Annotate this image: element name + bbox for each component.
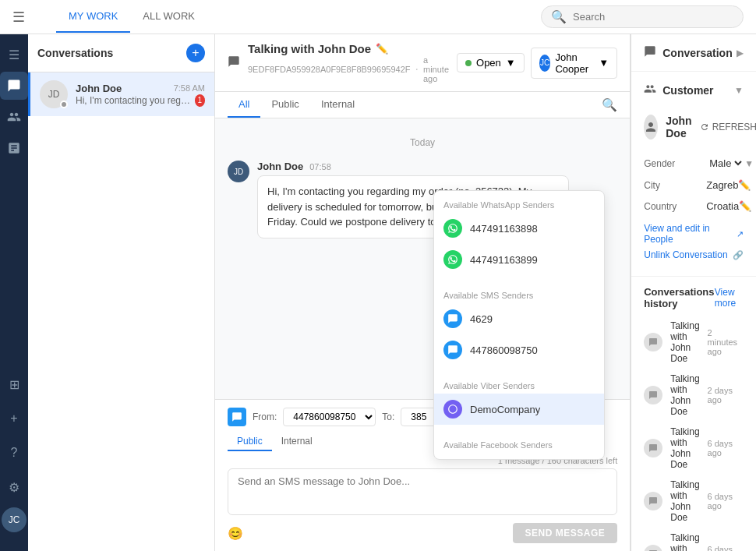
- city-field-row: City Zagreb ✏️: [644, 175, 744, 196]
- refresh-button[interactable]: REFRESH: [700, 122, 756, 132]
- sidebar-user-avatar[interactable]: JC: [2, 507, 26, 532]
- unlink-icon: 🔗: [733, 250, 744, 260]
- send-message-button[interactable]: SEND MESSAGE: [513, 523, 618, 543]
- country-edit-icon[interactable]: ✏️: [739, 200, 751, 212]
- footer-tab-public[interactable]: Public: [228, 433, 272, 451]
- from-select[interactable]: 447860098750: [283, 408, 376, 426]
- status-chevron-icon: ▼: [506, 57, 516, 69]
- agent-button[interactable]: JC John Cooper ▼: [531, 48, 618, 79]
- history-item-0[interactable]: Talking with John Doe 2 minutes ago: [631, 316, 756, 369]
- footer-bottom-row: 😊 SEND MESSAGE: [228, 523, 617, 543]
- message-input[interactable]: [228, 468, 617, 515]
- add-conversation-button[interactable]: +: [186, 44, 205, 62]
- sidebar-icon-plus[interactable]: +: [0, 404, 28, 433]
- tab-internal[interactable]: Internal: [310, 92, 366, 118]
- sidebar-icon-chat[interactable]: [0, 72, 28, 100]
- history-item-2[interactable]: Talking with John Doe 6 days ago: [631, 422, 756, 475]
- chat-tabs: All Public Internal 🔍: [215, 92, 630, 118]
- viber-sender-1[interactable]: DemoCompany: [434, 394, 604, 425]
- history-item-4[interactable]: Talking with John Doe 6 days ago: [631, 528, 756, 551]
- customer-links: View and edit in People ↗ Unlink Convers…: [644, 217, 744, 263]
- view-more-button[interactable]: View more: [715, 287, 744, 309]
- history-time-4: 6 days ago: [708, 545, 744, 551]
- customer-section-header[interactable]: Customer ▼: [631, 72, 756, 108]
- chat-channel-icon: [228, 55, 240, 71]
- chat-header-actions: Open ▼ JC John Cooper ▼: [457, 48, 617, 79]
- sms-sender-2[interactable]: 447860098750: [434, 334, 604, 366]
- tab-mywork[interactable]: MY WORK: [56, 1, 130, 33]
- tab-all[interactable]: All: [228, 92, 260, 118]
- tab-allwork[interactable]: ALL WORK: [130, 1, 207, 33]
- hamburger-icon[interactable]: ☰: [12, 9, 25, 26]
- history-time-3: 6 days ago: [708, 492, 744, 510]
- sidebar-icon-reports[interactable]: [0, 134, 28, 162]
- viber-icon-1: [443, 400, 462, 419]
- customer-avatar: [644, 115, 658, 140]
- history-header: Conversations history View more: [631, 277, 756, 316]
- history-name-2: Talking with John Doe: [670, 426, 699, 470]
- view-edit-people-link[interactable]: View and edit in People ↗: [644, 223, 744, 245]
- refresh-label: REFRESH: [712, 122, 756, 132]
- sms-channel-icon: [228, 408, 246, 426]
- edit-title-icon[interactable]: ✏️: [376, 43, 388, 55]
- conversation-section-icon: [644, 45, 656, 60]
- whatsapp-sender-2[interactable]: 447491163899: [434, 244, 604, 275]
- history-info-3: Talking with John Doe: [670, 479, 699, 523]
- whatsapp-number-1: 447491163898: [470, 223, 538, 235]
- chat-search-icon[interactable]: 🔍: [602, 97, 617, 112]
- whatsapp-sender-1[interactable]: 447491163898: [434, 213, 604, 244]
- conversation-section-header[interactable]: Conversation ▶: [631, 34, 756, 71]
- from-label: From:: [253, 411, 277, 422]
- history-avatar-0: [644, 333, 662, 351]
- customer-info: John Doe REFRESH Gender Male ▼ Ci: [631, 108, 756, 276]
- message-timestamp: 07:58: [309, 162, 331, 171]
- status-button[interactable]: Open ▼: [457, 53, 525, 72]
- status-indicator: [60, 101, 68, 108]
- conversations-history: Conversations history View more Talking …: [631, 277, 756, 551]
- unlink-conversation-link[interactable]: Unlink Conversation 🔗: [644, 249, 744, 260]
- conversation-section-label: Conversation: [662, 47, 732, 59]
- history-avatar-2: [644, 439, 662, 457]
- footer-tab-internal[interactable]: Internal: [272, 433, 322, 451]
- gender-chevron-icon: ▼: [744, 158, 754, 169]
- emoji-button[interactable]: 😊: [228, 526, 243, 541]
- conversation-item[interactable]: JD John Doe 7:58 AM Hi, I'm contacting y…: [28, 72, 214, 116]
- viber-sender-name: DemoCompany: [470, 404, 540, 415]
- external-link-icon: ↗: [737, 229, 744, 239]
- top-nav: ☰ MY WORK ALL WORK 🔍: [0, 0, 756, 34]
- sidebar-icon-help[interactable]: ?: [0, 439, 28, 467]
- chat-header-info: Talking with John Doe ✏️ 9EDF8FDA959928A…: [248, 42, 449, 83]
- history-name-1: Talking with John Doe: [670, 373, 699, 417]
- tab-public[interactable]: Public: [260, 92, 309, 118]
- search-input[interactable]: [573, 11, 733, 23]
- history-item-1[interactable]: Talking with John Doe 2 days ago: [631, 369, 756, 422]
- message-header: John Doe 07:58: [257, 161, 617, 172]
- conv-item-name: John Doe: [76, 83, 122, 94]
- gender-select[interactable]: Male: [706, 157, 744, 170]
- chat-title: Talking with John Doe: [248, 42, 371, 55]
- sms-sender-1[interactable]: 4629: [434, 303, 604, 334]
- country-field-row: Country Croatia ✏️: [644, 196, 744, 217]
- customer-name-row: John Doe REFRESH: [644, 115, 744, 140]
- unlink-label: Unlink Conversation: [644, 249, 727, 260]
- city-label: City: [644, 180, 706, 191]
- city-edit-icon[interactable]: ✏️: [738, 179, 751, 191]
- agent-name: John Cooper: [555, 51, 594, 75]
- conv-item-preview: Hi, I'm contacting you regarding ...: [76, 95, 195, 106]
- customer-section: Customer ▼ John Doe REFRESH G: [631, 72, 756, 277]
- conversations-header: Conversations +: [28, 34, 214, 72]
- history-info-2: Talking with John Doe: [670, 426, 699, 470]
- viber-section-label: Available Viber Senders: [434, 378, 604, 394]
- open-status-dot: [465, 60, 472, 66]
- chat-time: a minute ago: [423, 55, 449, 83]
- history-time-0: 2 minutes ago: [708, 328, 744, 356]
- status-label: Open: [476, 57, 501, 69]
- history-avatar-4: [644, 545, 662, 551]
- sidebar-icon-grid[interactable]: ⊞: [0, 370, 28, 398]
- sidebar-icon-contacts[interactable]: [0, 103, 28, 131]
- history-item-3[interactable]: Talking with John Doe 6 days ago: [631, 475, 756, 528]
- sidebar-icon-menu[interactable]: ☰: [0, 41, 28, 69]
- country-value: Croatia: [706, 200, 739, 212]
- sidebar-icon-settings[interactable]: ⚙: [0, 473, 28, 501]
- gender-field-row: Gender Male ▼: [644, 152, 744, 175]
